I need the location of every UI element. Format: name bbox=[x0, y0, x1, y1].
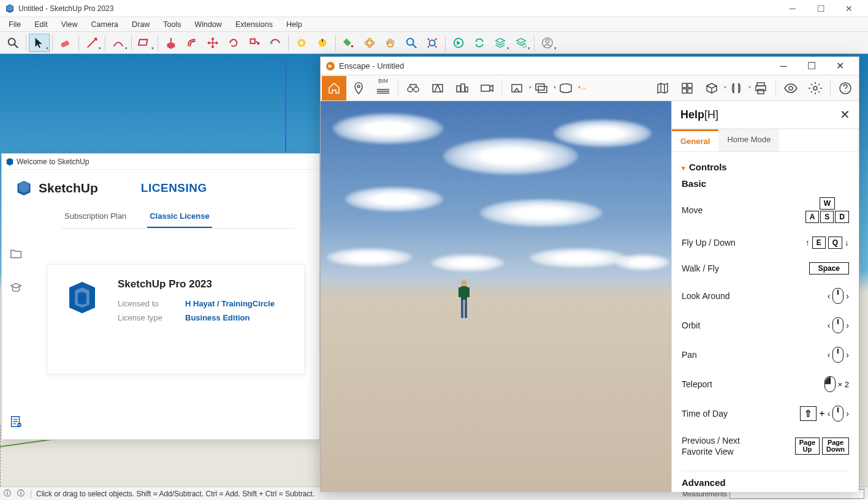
menu-view[interactable]: View bbox=[56, 19, 83, 30]
tab-general[interactable]: General bbox=[672, 129, 718, 151]
help-close-icon[interactable]: ✕ bbox=[840, 107, 850, 122]
key-pageup: PageUp bbox=[795, 438, 820, 455]
svg-point-47 bbox=[461, 280, 467, 286]
menu-edit[interactable]: Edit bbox=[29, 19, 53, 30]
text-tool-icon[interactable] bbox=[312, 34, 333, 52]
svg-line-14 bbox=[413, 44, 417, 48]
close-button[interactable]: ✕ bbox=[835, 0, 863, 17]
panorama-icon[interactable]: ▾ bbox=[554, 76, 578, 100]
help-content[interactable]: Controls Basic Move W A S D Fly Up / Dow… bbox=[672, 152, 859, 492]
menu-file[interactable]: File bbox=[4, 19, 26, 30]
visual-settings-icon[interactable] bbox=[779, 76, 803, 100]
license-info: SketchUp Pro 2023 Licensed toH Hayat / T… bbox=[118, 278, 275, 360]
tab-home-mode[interactable]: Home Mode bbox=[718, 129, 779, 151]
rectangle-tool-icon[interactable]: ▾ bbox=[134, 34, 155, 52]
help-circle-icon[interactable] bbox=[833, 76, 858, 100]
basic-heading: Basic bbox=[682, 178, 849, 189]
key-a: A bbox=[805, 211, 820, 223]
zoom-extents-icon[interactable] bbox=[422, 34, 443, 52]
search-tool-icon[interactable] bbox=[2, 34, 23, 52]
video-icon[interactable] bbox=[474, 76, 499, 100]
menu-help[interactable]: Help bbox=[281, 19, 307, 30]
zoom-tool-icon[interactable] bbox=[401, 34, 422, 52]
print-icon[interactable] bbox=[748, 76, 773, 100]
move-tool-icon[interactable] bbox=[202, 34, 223, 52]
compare-icon[interactable]: ▾ bbox=[724, 76, 748, 100]
pan-tool-icon[interactable] bbox=[380, 34, 401, 52]
eraser-tool-icon[interactable] bbox=[55, 34, 76, 52]
tab-subscription[interactable]: Subscription Plan bbox=[62, 208, 129, 228]
menu-camera[interactable]: Camera bbox=[86, 19, 123, 30]
tab-classic-license[interactable]: Classic License bbox=[147, 208, 212, 228]
help-header: Help[H] ✕ bbox=[672, 101, 859, 129]
enscape-maximize-button[interactable]: ☐ bbox=[798, 57, 826, 75]
window-title: Untitled - SketchUp Pro 2023 bbox=[18, 4, 779, 13]
user-indicator-icon[interactable]: ⓘ bbox=[17, 488, 25, 499]
svg-rect-48 bbox=[461, 286, 467, 300]
map-icon[interactable] bbox=[650, 76, 675, 100]
maximize-button[interactable]: ☐ bbox=[807, 0, 835, 17]
scale-tool-icon[interactable] bbox=[244, 34, 265, 52]
followme-tool-icon[interactable] bbox=[265, 34, 286, 52]
sketchup-logo-icon bbox=[5, 4, 15, 13]
asset-library-icon[interactable] bbox=[675, 76, 699, 100]
sketchup-small-icon bbox=[6, 157, 14, 166]
binoculars-icon[interactable] bbox=[401, 76, 425, 100]
svg-rect-40 bbox=[688, 89, 692, 93]
key-q: Q bbox=[828, 237, 842, 249]
pushpull-tool-icon[interactable] bbox=[161, 34, 181, 52]
user-account-icon[interactable]: ▾ bbox=[537, 34, 558, 52]
arc-tool-icon[interactable]: ▾ bbox=[108, 34, 129, 52]
minimize-button[interactable]: ─ bbox=[779, 0, 807, 17]
screenshot-icon[interactable]: ▾ bbox=[504, 76, 529, 100]
license-type-label: License type bbox=[118, 313, 185, 322]
enscape-views-icon[interactable]: ▾ bbox=[490, 34, 511, 52]
offset-tool-icon[interactable] bbox=[181, 34, 202, 52]
svg-rect-43 bbox=[758, 89, 764, 94]
svg-rect-39 bbox=[682, 89, 687, 93]
enscape-close-button[interactable]: ✕ bbox=[826, 57, 854, 75]
menu-tools[interactable]: Tools bbox=[158, 19, 186, 30]
enscape-sync-icon[interactable] bbox=[469, 34, 490, 52]
enscape-title: Enscape - Untitled bbox=[339, 61, 769, 70]
svg-rect-32 bbox=[465, 87, 468, 92]
settings-gear-icon[interactable] bbox=[803, 76, 828, 100]
rotate-tool-icon[interactable] bbox=[223, 34, 244, 52]
batch-render-icon[interactable] bbox=[450, 76, 474, 100]
learn-icon[interactable] bbox=[8, 280, 24, 296]
menu-window[interactable]: Window bbox=[189, 19, 226, 30]
enscape-viewport[interactable] bbox=[321, 101, 671, 492]
home-icon[interactable] bbox=[322, 76, 346, 100]
orbit-tool-icon[interactable] bbox=[359, 34, 380, 52]
dashed-guide-v bbox=[0, 425, 1, 487]
select-tool-icon[interactable]: ▾ bbox=[29, 34, 50, 52]
tape-tool-icon[interactable] bbox=[291, 34, 312, 52]
svg-rect-4 bbox=[251, 39, 255, 43]
menu-extensions[interactable]: Extensions bbox=[230, 19, 278, 30]
welcome-dialog: Welcome to SketchUp SketchUp LICENSING S… bbox=[1, 153, 320, 440]
enscape-manage-icon[interactable]: ▾ bbox=[511, 34, 531, 52]
mouse-icon bbox=[832, 288, 843, 304]
safe-frame-icon[interactable] bbox=[425, 76, 450, 100]
svg-point-17 bbox=[523, 44, 527, 47]
product-name: SketchUp Pro 2023 bbox=[118, 278, 275, 290]
batch-screenshot-icon[interactable]: ▾ bbox=[529, 76, 554, 100]
enscape-start-icon[interactable] bbox=[448, 34, 469, 52]
svg-point-28 bbox=[414, 87, 419, 92]
paint-tool-icon[interactable] bbox=[338, 34, 359, 52]
cube-icon[interactable]: ▾ bbox=[699, 76, 724, 100]
help-indicator-icon[interactable]: ⓘ bbox=[4, 488, 11, 499]
mouse-icon bbox=[832, 406, 843, 422]
key-s: S bbox=[820, 211, 834, 223]
folder-icon[interactable] bbox=[8, 246, 24, 262]
welcome-header: SketchUp LICENSING bbox=[2, 170, 319, 200]
enscape-minimize-button[interactable]: ─ bbox=[769, 57, 798, 75]
menu-draw[interactable]: Draw bbox=[127, 19, 154, 30]
location-pin-icon[interactable] bbox=[346, 76, 371, 100]
svg-point-15 bbox=[429, 40, 435, 45]
menu-bar: File Edit View Camera Draw Tools Window … bbox=[0, 17, 868, 32]
bim-icon[interactable]: BIM bbox=[371, 76, 395, 100]
line-tool-icon[interactable]: ▾ bbox=[82, 34, 102, 52]
license-page-icon[interactable] bbox=[9, 415, 23, 431]
mouse-icon bbox=[832, 317, 843, 333]
